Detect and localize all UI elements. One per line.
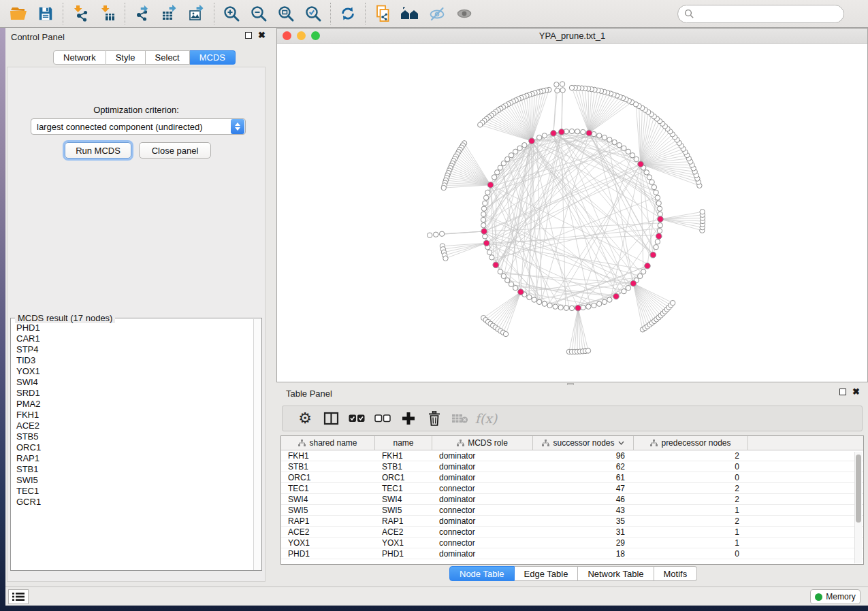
cell-predecessors[interactable]: 0 bbox=[634, 461, 748, 472]
table-row[interactable]: RAP1 RAP1 dominator 35 2 bbox=[281, 516, 863, 527]
close-window-icon[interactable] bbox=[283, 31, 291, 40]
table-row[interactable]: FKH1 FKH1 dominator 96 2 bbox=[281, 450, 863, 461]
add-row-button[interactable] bbox=[396, 408, 421, 429]
cell-predecessors[interactable]: 2 bbox=[634, 516, 748, 526]
table-settings-button[interactable]: ⚙ bbox=[292, 408, 318, 429]
cell-predecessors[interactable]: 1 bbox=[634, 527, 748, 537]
close-panel-icon[interactable]: ✖ bbox=[852, 389, 860, 395]
table-scrollbar-thumb[interactable] bbox=[856, 455, 861, 523]
table-row[interactable]: TEC1 TEC1 connector 47 2 bbox=[281, 483, 863, 494]
deselect-all-button[interactable] bbox=[370, 408, 396, 429]
table-row[interactable]: PHD1 PHD1 dominator 18 0 bbox=[281, 548, 863, 559]
cell-predecessors[interactable]: 2 bbox=[634, 450, 748, 461]
mcds-result-item[interactable]: ACE2 bbox=[16, 420, 254, 431]
control-panel-tab[interactable]: MCDS bbox=[190, 50, 236, 65]
table-type-tab[interactable]: Edge Table bbox=[515, 566, 579, 581]
cell-shared-name[interactable]: YOX1 bbox=[281, 538, 375, 548]
column-header-name[interactable]: name bbox=[375, 436, 432, 450]
table-row[interactable]: SWI5 SWI5 connector 43 1 bbox=[281, 505, 863, 516]
cell-mcds-role[interactable]: connector bbox=[432, 483, 533, 493]
float-panel-icon[interactable] bbox=[839, 389, 846, 395]
mcds-result-item[interactable]: RAP1 bbox=[16, 453, 254, 464]
cell-successors[interactable]: 31 bbox=[533, 527, 634, 537]
memory-button[interactable]: Memory bbox=[810, 589, 861, 604]
table-type-tab[interactable]: Network Table bbox=[578, 566, 654, 581]
mcds-result-item[interactable]: SRD1 bbox=[16, 388, 254, 399]
table-type-tab[interactable]: Motifs bbox=[654, 566, 698, 581]
cell-mcds-role[interactable]: connector bbox=[432, 527, 533, 537]
task-history-button[interactable] bbox=[8, 589, 29, 604]
mcds-result-item[interactable]: TEC1 bbox=[16, 486, 254, 497]
mcds-result-item[interactable]: SWI5 bbox=[16, 475, 254, 486]
cell-name[interactable]: ACE2 bbox=[375, 527, 432, 537]
column-header-mcds-role[interactable]: MCDS role bbox=[432, 436, 533, 450]
network-window-titlebar[interactable]: YPA_prune.txt_1 bbox=[277, 29, 867, 44]
cell-name[interactable]: PHD1 bbox=[375, 548, 432, 559]
column-header-successor-nodes[interactable]: successor nodes bbox=[533, 436, 634, 450]
control-panel-tab[interactable]: Select bbox=[146, 50, 190, 65]
cell-successors[interactable]: 18 bbox=[533, 548, 634, 559]
run-mcds-button[interactable]: Run MCDS bbox=[65, 142, 131, 159]
table-scrollbar[interactable] bbox=[854, 452, 862, 563]
table-row[interactable]: ORC1 ORC1 dominator 61 0 bbox=[281, 472, 863, 483]
cell-name[interactable]: ORC1 bbox=[375, 472, 432, 482]
mcds-list-scrollbar[interactable] bbox=[253, 319, 261, 570]
cell-mcds-role[interactable]: dominator bbox=[432, 494, 533, 504]
minimize-window-icon[interactable] bbox=[297, 31, 306, 40]
column-header-predecessor-nodes[interactable]: predecessor nodes bbox=[634, 436, 748, 450]
mcds-result-item[interactable]: YOX1 bbox=[16, 366, 254, 377]
cell-predecessors[interactable]: 0 bbox=[634, 472, 748, 482]
mcds-result-item[interactable]: STP4 bbox=[16, 344, 254, 355]
export-network-button[interactable] bbox=[131, 3, 154, 24]
cell-successors[interactable]: 43 bbox=[533, 505, 634, 515]
mcds-result-item[interactable]: CAR1 bbox=[16, 333, 254, 344]
table-type-tab[interactable]: Node Table bbox=[449, 566, 515, 581]
mcds-result-item[interactable]: STB1 bbox=[16, 464, 254, 475]
cell-name[interactable]: SWI5 bbox=[375, 505, 432, 515]
column-header-shared-name[interactable]: shared name bbox=[281, 436, 375, 450]
hide-selected-button[interactable] bbox=[425, 3, 449, 24]
search-input[interactable] bbox=[677, 5, 844, 23]
cell-name[interactable]: STB1 bbox=[375, 461, 432, 472]
mcds-result-item[interactable]: GCR1 bbox=[16, 497, 254, 508]
zoom-selected-button[interactable] bbox=[302, 3, 325, 24]
show-column-button[interactable] bbox=[318, 408, 344, 429]
cell-shared-name[interactable]: RAP1 bbox=[281, 516, 375, 526]
cell-name[interactable]: SWI4 bbox=[375, 494, 432, 504]
cell-predecessors[interactable]: 0 bbox=[634, 548, 748, 559]
control-panel-tab[interactable]: Style bbox=[106, 50, 146, 65]
cell-predecessors[interactable]: 2 bbox=[634, 494, 748, 504]
maximize-window-icon[interactable] bbox=[311, 31, 320, 40]
cell-successors[interactable]: 62 bbox=[533, 461, 634, 472]
duplicate-network-button[interactable] bbox=[371, 3, 394, 24]
refresh-button[interactable] bbox=[336, 3, 359, 24]
network-canvas[interactable] bbox=[277, 44, 867, 382]
cell-predecessors[interactable]: 2 bbox=[634, 483, 748, 493]
network-graph[interactable] bbox=[277, 44, 867, 382]
close-panel-button[interactable]: Close panel bbox=[139, 142, 211, 159]
mcds-result-item[interactable]: ORC1 bbox=[16, 442, 254, 453]
cell-mcds-role[interactable]: dominator bbox=[432, 461, 533, 472]
cell-mcds-role[interactable]: dominator bbox=[432, 548, 533, 559]
cell-mcds-role[interactable]: dominator bbox=[432, 472, 533, 482]
delete-row-button[interactable] bbox=[421, 408, 447, 429]
cell-successors[interactable]: 61 bbox=[533, 472, 634, 482]
cell-predecessors[interactable]: 1 bbox=[634, 538, 748, 548]
mcds-result-item[interactable]: FKH1 bbox=[16, 410, 254, 420]
cell-name[interactable]: FKH1 bbox=[375, 450, 432, 461]
cell-name[interactable]: YOX1 bbox=[375, 538, 432, 548]
show-all-button[interactable] bbox=[453, 3, 476, 24]
zoom-out-button[interactable] bbox=[247, 3, 270, 24]
mcds-result-item[interactable]: STB5 bbox=[16, 431, 254, 442]
cell-shared-name[interactable]: SWI5 bbox=[281, 505, 375, 515]
function-builder-button[interactable]: f(x) bbox=[473, 408, 499, 429]
mcds-result-item[interactable]: TID3 bbox=[16, 355, 254, 366]
cell-mcds-role[interactable]: connector bbox=[432, 538, 533, 548]
cell-shared-name[interactable]: FKH1 bbox=[281, 450, 375, 461]
float-panel-icon[interactable] bbox=[245, 32, 252, 39]
cell-mcds-role[interactable]: dominator bbox=[432, 450, 533, 461]
cell-mcds-role[interactable]: connector bbox=[432, 505, 533, 515]
zoom-in-button[interactable] bbox=[220, 3, 243, 24]
cell-name[interactable]: TEC1 bbox=[375, 483, 432, 493]
delete-table-button[interactable] bbox=[447, 408, 473, 429]
